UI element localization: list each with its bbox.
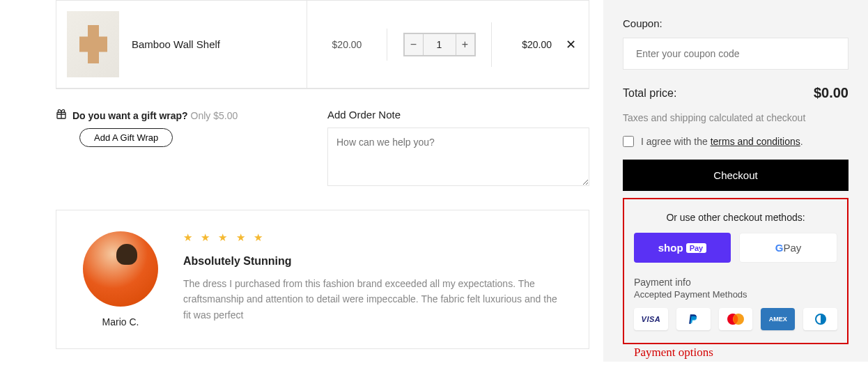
cart-table: Bamboo Wall Shelf $20.00 − 1 + $20.00 ✕ (56, 0, 589, 89)
gift-icon (56, 109, 67, 123)
product-subtotal: $20.00 (522, 39, 552, 50)
avatar (83, 231, 158, 307)
add-giftwrap-button[interactable]: Add A Gift Wrap (79, 128, 173, 147)
quantity-decrease-button[interactable]: − (404, 33, 424, 56)
total-price-label: Total price: (623, 87, 676, 100)
giftwrap-price: Only $5.00 (191, 110, 238, 121)
review-text: The dress I purchased from this fashion … (183, 276, 566, 323)
payment-info-title: Payment info (634, 277, 837, 288)
paypal-icon (676, 308, 711, 330)
visa-icon: VISA (634, 308, 668, 330)
other-methods-label: Or use other checkout methods: (634, 212, 837, 223)
order-note-label: Add Order Note (327, 109, 589, 121)
order-note-section: Add Order Note (327, 109, 589, 189)
giftwrap-question: Do you want a gift wrap? (72, 110, 188, 121)
shoppay-button[interactable]: shopPay (634, 233, 731, 263)
taxes-note: Taxes and shipping calculated at checkou… (623, 112, 848, 123)
mastercard-icon (719, 308, 753, 330)
amex-icon: AMEX (761, 308, 795, 330)
star-rating: ★ ★ ★ ★ ★ (183, 231, 566, 244)
remove-item-button[interactable]: ✕ (566, 37, 576, 52)
product-thumbnail[interactable] (67, 11, 119, 77)
quantity-value[interactable]: 1 (424, 33, 456, 56)
payment-info-subtitle: Accepted Payment Methods (634, 289, 837, 300)
giftwrap-section: Do you want a gift wrap? Only $5.00 Add … (56, 109, 307, 147)
coupon-input[interactable] (623, 38, 848, 70)
total-price-value: $0.00 (814, 85, 848, 101)
quantity-stepper: − 1 + (403, 33, 476, 56)
review-card: Mario C. ★ ★ ★ ★ ★ Absolutely Stunning T… (56, 210, 589, 349)
reviewer-name: Mario C. (102, 316, 139, 327)
agree-checkbox[interactable] (623, 136, 634, 147)
coupon-label: Coupon: (623, 17, 848, 29)
diners-icon (803, 308, 837, 330)
review-title: Absolutely Stunning (183, 255, 566, 268)
agree-text: I agree with the terms and conditions. (641, 136, 803, 147)
payment-options-highlight: Or use other checkout methods: shopPay G… (623, 198, 848, 344)
accepted-cards: VISA AMEX (634, 308, 837, 330)
product-price: $20.00 (307, 29, 387, 61)
order-note-textarea[interactable] (327, 128, 589, 186)
checkout-sidebar: Coupon: Total price: $0.00 Taxes and shi… (603, 0, 868, 362)
checkout-button[interactable]: Checkout (623, 160, 848, 191)
quantity-increase-button[interactable]: + (456, 33, 475, 56)
product-name[interactable]: Bamboo Wall Shelf (132, 38, 220, 50)
annotation-label: Payment options (634, 346, 713, 360)
table-row: Bamboo Wall Shelf $20.00 − 1 + $20.00 ✕ (56, 1, 589, 88)
gpay-button[interactable]: G Pay (739, 233, 837, 263)
terms-link[interactable]: terms and conditions (711, 136, 800, 147)
